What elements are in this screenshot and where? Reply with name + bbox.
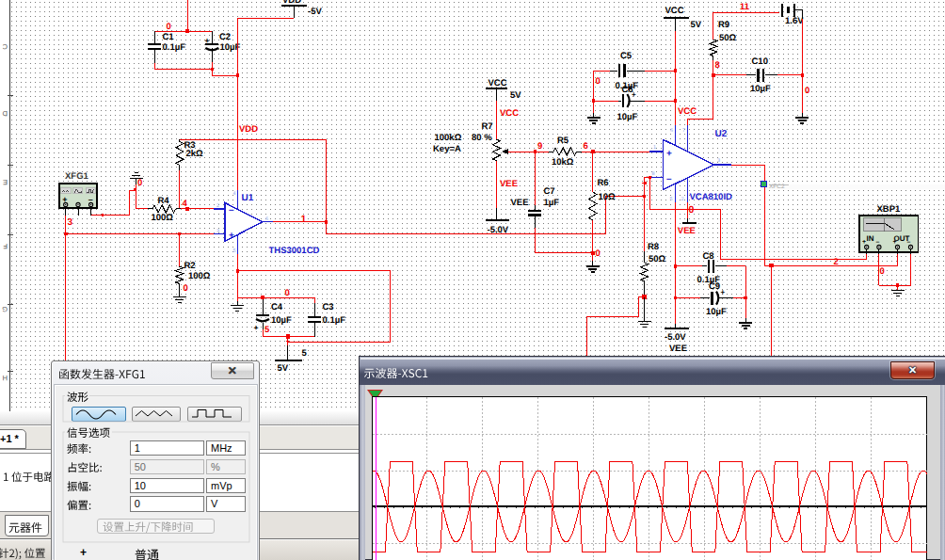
svg-text:VCC: VCC <box>665 6 684 16</box>
svg-text:5V: 5V <box>278 363 289 374</box>
svg-text:C2: C2 <box>219 32 231 42</box>
svg-text:+: + <box>893 239 897 246</box>
svg-text:–: – <box>907 239 911 246</box>
svg-text:VCC: VCC <box>500 108 519 119</box>
svg-text:C8: C8 <box>703 251 714 262</box>
svg-text:6: 6 <box>670 128 673 134</box>
svg-text:VCC: VCC <box>678 106 697 117</box>
svg-text:1µF: 1µF <box>544 198 560 208</box>
svg-text:XFC2: XFC2 <box>769 184 785 190</box>
svg-text:-5.0V: -5.0V <box>488 225 509 235</box>
svg-text:C7: C7 <box>544 186 555 197</box>
svg-text:-5V: -5V <box>308 7 322 17</box>
svg-text:11: 11 <box>740 2 750 12</box>
svg-text:–: – <box>229 205 234 216</box>
svg-text:50Ω: 50Ω <box>719 33 737 43</box>
svg-text:VEE: VEE <box>511 198 529 208</box>
svg-text:G: G <box>2 305 8 313</box>
svg-text:XFG1: XFG1 <box>65 171 89 182</box>
svg-text:Key=A: Key=A <box>433 144 461 154</box>
svg-text:–: – <box>666 174 672 184</box>
svg-text:+: + <box>254 323 259 332</box>
svg-text:0: 0 <box>880 266 885 277</box>
svg-text:3: 3 <box>216 229 219 234</box>
svg-text:VDD: VDD <box>282 0 301 6</box>
svg-text:3: 3 <box>717 158 720 164</box>
svg-text:6: 6 <box>584 141 588 152</box>
svg-text:0.1µF: 0.1µF <box>323 315 346 326</box>
svg-text:8: 8 <box>652 171 655 177</box>
svg-text:C3: C3 <box>323 302 334 312</box>
svg-text:XBP1: XBP1 <box>877 204 902 215</box>
svg-text:10µF: 10µF <box>750 84 771 94</box>
svg-text:10Ω: 10Ω <box>599 192 617 202</box>
svg-text:5V: 5V <box>691 20 702 30</box>
svg-text:6: 6 <box>265 216 268 222</box>
svg-text:1: 1 <box>653 145 656 151</box>
svg-text:C4: C4 <box>271 302 283 312</box>
svg-text:5: 5 <box>233 248 236 254</box>
svg-text:0: 0 <box>805 86 809 96</box>
svg-text:0: 0 <box>596 248 601 259</box>
svg-text:R8: R8 <box>648 242 659 252</box>
svg-text:100Ω: 100Ω <box>188 271 211 281</box>
svg-text:5: 5 <box>302 348 308 359</box>
svg-text:VEE: VEE <box>678 226 696 236</box>
svg-text:VDD: VDD <box>239 124 258 135</box>
svg-text:9: 9 <box>537 141 542 152</box>
svg-text:3: 3 <box>68 217 73 228</box>
svg-text:+: + <box>666 149 672 159</box>
svg-text:H: H <box>3 374 8 382</box>
svg-text:VCA810ID: VCA810ID <box>690 192 733 202</box>
svg-text:C: C <box>2 42 8 51</box>
svg-text:-5.0V: -5.0V <box>665 332 686 343</box>
svg-text:+: + <box>862 239 866 246</box>
svg-text:–: – <box>876 239 880 246</box>
svg-text:0: 0 <box>596 76 601 87</box>
svg-text:50Ω: 50Ω <box>649 254 666 264</box>
svg-text:0: 0 <box>167 22 171 32</box>
svg-text:4: 4 <box>183 199 188 209</box>
svg-text:IN: IN <box>867 234 874 243</box>
svg-text:80 %: 80 % <box>472 133 492 143</box>
svg-text:2: 2 <box>681 197 684 202</box>
svg-text:1: 1 <box>301 214 307 225</box>
svg-text:C6: C6 <box>622 85 633 95</box>
svg-text:7: 7 <box>682 128 685 134</box>
svg-text:R4: R4 <box>158 196 170 206</box>
svg-text:1.6V: 1.6V <box>785 16 804 26</box>
svg-text:100Ω: 100Ω <box>152 213 174 223</box>
svg-text:2kΩ: 2kΩ <box>186 149 204 159</box>
svg-text:THS3001CD: THS3001CD <box>269 246 320 256</box>
svg-text:2: 2 <box>216 203 219 209</box>
svg-text:+: + <box>205 36 210 45</box>
svg-text:VCC: VCC <box>489 78 507 88</box>
svg-text:0: 0 <box>285 288 290 298</box>
svg-text:8: 8 <box>715 60 720 71</box>
svg-text:C5: C5 <box>620 51 633 61</box>
svg-text:+: + <box>80 546 87 559</box>
svg-text:5: 5 <box>264 325 270 335</box>
svg-text:0: 0 <box>184 283 188 294</box>
svg-text:VEE: VEE <box>500 179 518 189</box>
svg-text:R9: R9 <box>718 20 729 30</box>
svg-text:5: 5 <box>670 197 673 202</box>
svg-text:U1: U1 <box>242 193 254 203</box>
svg-text:C10: C10 <box>752 56 768 67</box>
svg-text:C9: C9 <box>709 281 720 292</box>
svg-text:10µF: 10µF <box>617 112 638 122</box>
svg-text:2: 2 <box>834 257 839 267</box>
svg-text:+: + <box>229 231 234 241</box>
svg-text:D: D <box>2 109 8 118</box>
svg-text:10kΩ: 10kΩ <box>552 157 574 168</box>
svg-text:R2: R2 <box>184 261 196 271</box>
svg-text:100kΩ: 100kΩ <box>435 133 462 143</box>
svg-text:R7: R7 <box>482 121 493 132</box>
svg-text:10µF: 10µF <box>706 307 727 317</box>
svg-text:+: + <box>721 288 726 296</box>
svg-text:U2: U2 <box>715 129 728 139</box>
svg-text:R6: R6 <box>598 178 609 188</box>
svg-text:F: F <box>3 242 8 250</box>
svg-text:R5: R5 <box>557 136 569 146</box>
svg-text:0.1µF: 0.1µF <box>163 42 186 53</box>
